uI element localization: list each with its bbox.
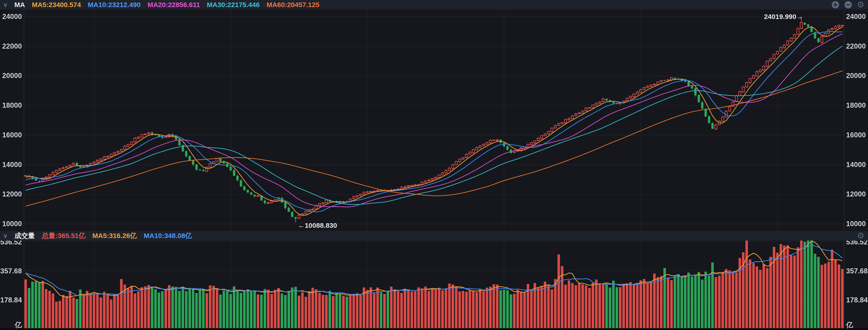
price-axis-tick: 22000	[846, 43, 866, 50]
ma-value-label: MA10:23212.490	[88, 1, 141, 9]
price-axis-tick: 16000	[846, 131, 866, 139]
candlestick-volume-chart-canvas[interactable]	[0, 0, 868, 330]
price-axis-tick: 18000	[0, 102, 22, 109]
price-axis-tick: 14000	[846, 161, 866, 169]
volume-value-label: MA10:348.08亿	[144, 231, 192, 241]
zoom-out-icon[interactable]	[844, 1, 852, 9]
ma-value-label: MA5:23400.574	[32, 1, 81, 9]
volume-axis-unit: 亿	[0, 321, 22, 329]
price-axis-tick: 10000	[0, 220, 22, 228]
price-axis-tick: 10000	[846, 220, 866, 228]
volume-axis-tick: 178.84	[846, 296, 868, 304]
volume-panel-header: ∨ 成交量 总量:365.51亿MA5:316.26亿MA10:348.08亿 …	[0, 231, 868, 241]
volume-axis-tick: 178.84	[0, 296, 22, 304]
price-axis-tick: 16000	[0, 131, 22, 139]
volume-value-label: MA5:316.26亿	[92, 231, 137, 241]
stock-chart-app: ∨ MA MA5:23400.574MA10:23212.490MA20:228…	[0, 0, 868, 330]
price-axis-tick: 14000	[0, 161, 22, 169]
ma-values-list: MA5:23400.574MA10:23212.490MA20:22856.61…	[32, 1, 319, 9]
collapse-caret-icon[interactable]: ∨	[3, 1, 7, 8]
time-axis-strip	[0, 328, 868, 330]
zoom-in-icon[interactable]	[832, 1, 839, 9]
volume-value-label: 总量:365.51亿	[42, 231, 86, 241]
price-axis-tick: 24000	[846, 13, 866, 20]
price-axis-tick: 12000	[846, 190, 866, 198]
volume-header-icons: ⚙	[857, 231, 864, 241]
volume-axis-tick: 357.68	[846, 267, 868, 275]
lowest-price-annotation: ←10088.830	[298, 221, 337, 229]
price-axis-tick: 24000	[0, 13, 22, 20]
volume-title: 成交量	[14, 231, 35, 241]
price-axis-tick: 12000	[0, 190, 22, 198]
volume-values-list: 总量:365.51亿MA5:316.26亿MA10:348.08亿	[42, 231, 192, 241]
settings-icon[interactable]: ⚙	[857, 232, 864, 240]
volume-axis-unit: 亿	[846, 321, 853, 329]
ma-value-label: MA20:22856.611	[148, 1, 200, 9]
ma-value-label: MA30:22175.446	[207, 1, 260, 9]
collapse-caret-icon[interactable]: ∨	[3, 232, 7, 239]
ma-value-label: MA60:20457.125	[267, 1, 319, 9]
price-header-icons: ⚙	[832, 0, 864, 9]
highest-price-annotation: 24019.990→	[764, 13, 803, 21]
volume-axis-tick: 357.68	[0, 267, 22, 275]
price-axis-tick: 20000	[846, 72, 866, 80]
price-panel-header: ∨ MA MA5:23400.574MA10:23212.490MA20:228…	[0, 0, 868, 9]
price-axis-tick: 22000	[0, 43, 22, 50]
indicator-title: MA	[14, 1, 25, 9]
price-axis-tick: 18000	[846, 102, 866, 109]
settings-icon[interactable]: ⚙	[857, 1, 864, 9]
price-axis-tick: 20000	[0, 72, 22, 80]
